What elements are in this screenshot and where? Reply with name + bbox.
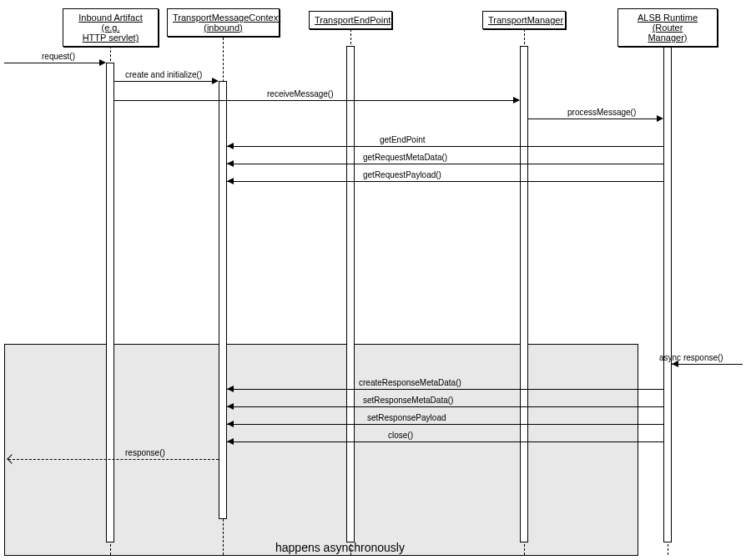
arrow-head-icon (227, 143, 234, 149)
message-arrow (227, 389, 663, 390)
message-arrow-return (8, 459, 219, 460)
message-arrow (227, 164, 663, 164)
region-label: happens asynchronously (275, 541, 405, 554)
activation-bar (106, 63, 114, 542)
message-label: createResponseMetaData() (359, 378, 461, 387)
message-arrow (4, 63, 104, 63)
arrow-head-icon (227, 160, 234, 167)
participant-alsb-runtime: ALSB Runtime (RouterManager) (617, 8, 718, 47)
activation-bar (346, 46, 355, 542)
participant-label: ALSB Runtime (RouterManager) (638, 13, 698, 43)
message-arrow (227, 146, 663, 147)
participant-transport-manager: TransportManager (482, 11, 566, 29)
participant-label: TransportEndPoint (315, 15, 391, 25)
message-arrow (227, 406, 663, 407)
message-arrow (528, 119, 662, 119)
message-arrow (227, 424, 663, 425)
message-label: getRequestPayload() (363, 170, 441, 179)
arrow-head-icon (227, 438, 234, 445)
participant-label: TransportManager (488, 15, 563, 25)
message-label: async response() (659, 353, 723, 362)
arrow-head-icon (227, 386, 234, 392)
message-label: setResponseMetaData() (363, 396, 453, 405)
arrow-head-icon (513, 97, 520, 103)
message-label: getEndPoint (380, 135, 426, 144)
message-label: processMessage() (567, 108, 636, 117)
activation-bar (663, 46, 672, 542)
message-arrow (672, 364, 743, 365)
message-label: receiveMessage() (267, 89, 333, 98)
message-arrow (227, 181, 663, 182)
message-label: getRequestMetaData() (363, 153, 447, 162)
async-region (4, 344, 638, 556)
arrow-head-icon (657, 115, 663, 122)
participant-transport-endpoint: TransportEndPoint (309, 11, 392, 29)
participant-transport-message-context: TransportMessageContext(inbound) (167, 8, 280, 37)
arrow-head-icon (99, 59, 106, 66)
message-label: response() (125, 448, 165, 457)
message-label: setResponsePayload (367, 413, 446, 422)
message-label: close() (388, 431, 413, 440)
message-arrow (114, 100, 519, 101)
message-arrow (227, 441, 663, 442)
participant-label: Inbound Artifact (e.g.HTTP servlet) (78, 13, 142, 43)
participant-inbound-artifact: Inbound Artifact (e.g.HTTP servlet) (63, 8, 159, 47)
message-arrow (114, 81, 217, 82)
activation-bar (520, 46, 528, 542)
message-label: request() (42, 52, 75, 61)
message-label: create and initialize() (125, 70, 202, 79)
activation-bar (219, 81, 227, 519)
arrow-head-icon (227, 421, 234, 427)
arrow-head-icon (227, 403, 234, 410)
arrow-head-icon (212, 78, 219, 84)
participant-label: TransportMessageContext(inbound) (173, 13, 280, 33)
arrow-head-icon (227, 178, 234, 184)
